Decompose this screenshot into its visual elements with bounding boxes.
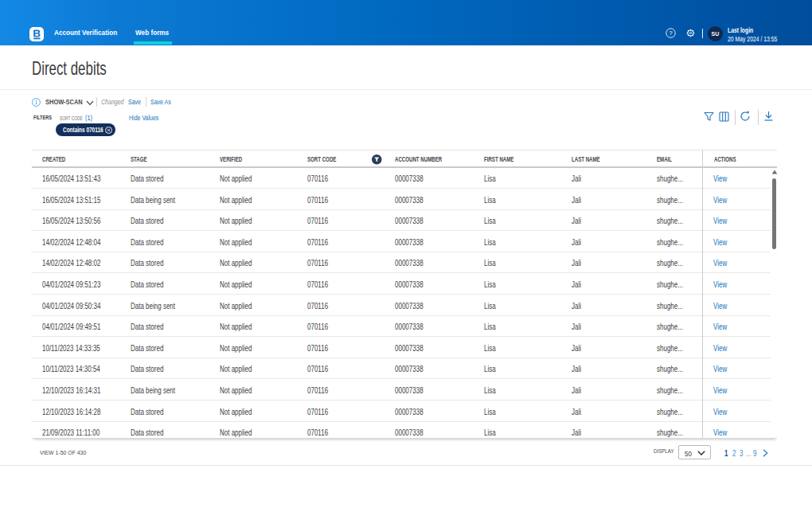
svg-text:?: ?	[669, 29, 673, 37]
